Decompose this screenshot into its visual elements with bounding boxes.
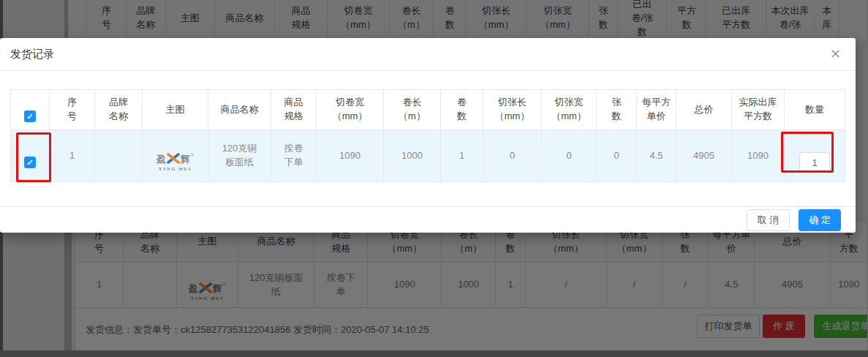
close-icon[interactable]: ✕ <box>830 46 841 62</box>
col-header-cut-roll-width: 切卷宽 （mm） <box>317 90 384 130</box>
col-header-image: 主图 <box>143 90 208 130</box>
col-header-quantity: 数量 <box>785 90 845 130</box>
logo-x-icon <box>167 153 180 165</box>
logo-registered-mark: ® <box>191 153 194 157</box>
cell-sheet-width: 0 <box>542 130 597 182</box>
cell-cut-roll-width: 1090 <box>317 130 384 182</box>
cell-roll-count: 1 <box>441 130 483 182</box>
cell-sheet-length: 0 <box>483 130 542 182</box>
logo-en-text: YING HUI <box>159 167 192 172</box>
cell-seq: 1 <box>50 130 95 182</box>
cell-image: 盈 辉 ® YING HUI <box>143 130 208 182</box>
cell-actual-out-sqm: 1090 <box>732 130 785 182</box>
cell-unit-price: 4.5 <box>637 130 676 182</box>
col-header-sheet-width: 切张宽 （mm） <box>542 90 597 130</box>
cell-brand <box>95 130 143 182</box>
shipping-record-table: ✓ 序 号 品牌 名称 主图 商品名称 商品 规格 切卷宽 （mm） 卷长 （m… <box>10 89 845 182</box>
cell-spec: 按卷 下单 <box>271 130 317 182</box>
quantity-input[interactable] <box>799 152 830 173</box>
col-header-spec: 商品 规格 <box>271 90 317 130</box>
col-header-actual-out-sqm: 实际出库 平方数 <box>732 90 785 130</box>
cell-total-price: 4905 <box>676 130 732 182</box>
col-header-seq: 序 号 <box>50 90 95 130</box>
modal-table-header-row: ✓ 序 号 品牌 名称 主图 商品名称 商品 规格 切卷宽 （mm） 卷长 （m… <box>11 90 845 130</box>
cancel-button[interactable]: 取 消 <box>747 209 790 231</box>
logo-cn-right: 辉 <box>181 154 190 164</box>
confirm-button[interactable]: 确 定 <box>799 209 841 231</box>
col-header-product-name: 商品名称 <box>208 90 271 130</box>
col-header-roll-length: 卷长 （m） <box>384 90 441 130</box>
select-all-checkbox[interactable]: ✓ <box>24 110 36 122</box>
modal-footer: 取 消 确 定 <box>0 206 856 233</box>
modal-title: 发货记录 <box>10 48 54 61</box>
col-header-sheet-count: 张 数 <box>597 90 637 130</box>
cell-roll-length: 1000 <box>384 130 441 182</box>
col-header-total-price: 总价 <box>676 90 732 130</box>
cell-quantity <box>785 130 845 182</box>
row-checkbox[interactable]: ✓ <box>24 157 36 168</box>
col-header-roll-count: 卷 数 <box>441 90 483 130</box>
modal-table-row: ✓ 1 盈 辉 ® YING HUI 120克铜 板面纸 <box>11 130 845 182</box>
col-header-brand: 品牌 名称 <box>95 90 143 130</box>
col-header-sheet-length: 切张长 （mm） <box>483 90 542 130</box>
shipping-record-modal: 发货记录 ✕ ✓ 序 号 品牌 名称 主图 商品名称 商品 规格 切卷宽 （mm… <box>0 38 856 233</box>
cell-product-name: 120克铜 板面纸 <box>208 130 271 182</box>
col-header-select: ✓ <box>11 90 50 130</box>
cell-select: ✓ <box>11 130 50 182</box>
brand-logo: 盈 辉 ® YING HUI <box>156 153 194 172</box>
col-header-unit-price: 每平方 单价 <box>637 90 676 130</box>
logo-cn-left: 盈 <box>156 154 166 164</box>
cell-sheet-count: 0 <box>597 130 637 182</box>
modal-header: 发货记录 ✕ <box>0 38 856 71</box>
